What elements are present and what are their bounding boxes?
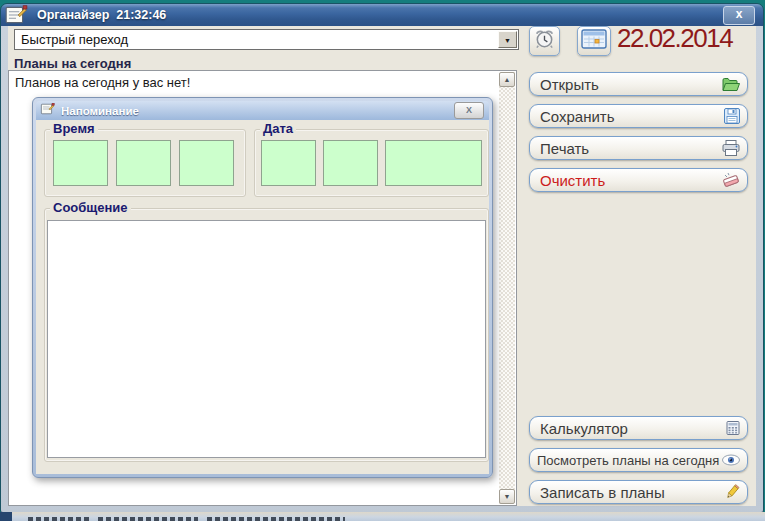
calendar-icon xyxy=(581,28,607,54)
time-group-label: Время xyxy=(50,121,98,136)
open-folder-icon xyxy=(721,75,741,93)
clear-button-label: Очистить xyxy=(540,172,605,189)
reminder-dialog-body: Время Дата Сообщение xyxy=(36,120,489,474)
time-groupbox: Время xyxy=(44,129,246,197)
window-frame: Быстрый переход ▼ xyxy=(1,26,763,518)
time-hours-field[interactable] xyxy=(53,140,108,186)
date-group-label: Дата xyxy=(260,121,296,136)
organizer-window: Органайзер 21:32:46 x Быстрый переход ▼ xyxy=(1,4,763,512)
view-plans-button[interactable]: Посмотреть планы на сегодня xyxy=(529,448,748,472)
message-groupbox: Сообщение xyxy=(44,208,489,462)
combo-dropdown-arrow-icon[interactable]: ▼ xyxy=(498,31,517,48)
date-groupbox: Дата xyxy=(254,129,489,197)
quick-nav-value: Быстрый переход xyxy=(21,30,128,49)
view-plans-button-label: Посмотреть планы на сегодня xyxy=(537,453,719,468)
save-floppy-icon xyxy=(723,107,741,125)
eraser-icon xyxy=(721,171,741,189)
reminder-dialog-title: Напоминание xyxy=(61,105,139,117)
reminder-title-bar[interactable]: Напоминание X xyxy=(36,101,489,120)
write-plans-button[interactable]: Записать в планы xyxy=(529,480,748,504)
print-button[interactable]: Печать xyxy=(529,136,748,160)
calculator-button-label: Калькулятор xyxy=(540,420,628,437)
clear-button[interactable]: Очистить xyxy=(529,168,748,192)
date-year-field[interactable] xyxy=(385,140,482,186)
quick-nav-combobox[interactable]: Быстрый переход ▼ xyxy=(14,29,519,50)
calculator-icon xyxy=(725,420,741,436)
message-group-label: Сообщение xyxy=(50,200,131,215)
obscured-text-fragment xyxy=(207,517,345,521)
time-minutes-field[interactable] xyxy=(116,140,171,186)
date-month-field[interactable] xyxy=(323,140,378,186)
calculator-button[interactable]: Калькулятор xyxy=(529,416,748,440)
save-button[interactable]: Сохранить xyxy=(529,104,748,128)
obscured-text-fragment xyxy=(28,517,90,521)
obscured-background-window-strip xyxy=(0,512,765,521)
open-button[interactable]: Открыть xyxy=(529,72,748,96)
current-date: 22.02.2014 xyxy=(617,23,732,54)
calendar-button[interactable] xyxy=(577,26,611,56)
time-seconds-field[interactable] xyxy=(179,140,234,186)
window-body: Быстрый переход ▼ xyxy=(8,26,756,506)
write-plans-button-label: Записать в планы xyxy=(540,484,665,501)
reminder-dialog-icon xyxy=(40,102,55,120)
printer-icon xyxy=(721,139,741,157)
plans-section-label: Планы на сегодня xyxy=(14,56,131,71)
save-button-label: Сохранить xyxy=(540,108,615,125)
open-button-label: Открыть xyxy=(540,76,599,93)
obscured-taskbar-corner xyxy=(0,512,12,521)
plans-scrollbar[interactable]: ▲ ▼ xyxy=(499,72,515,504)
date-day-field[interactable] xyxy=(261,140,316,186)
obscured-text-fragment xyxy=(98,517,198,521)
pencil-icon xyxy=(723,483,741,501)
print-button-label: Печать xyxy=(540,140,589,157)
window-title: Органайзер 21:32:46 xyxy=(37,8,166,22)
reminder-dialog: Напоминание X Время Дата Сообщение xyxy=(32,97,493,478)
message-textarea[interactable] xyxy=(47,220,486,458)
scroll-up-icon[interactable]: ▲ xyxy=(499,72,515,87)
eye-icon xyxy=(721,453,741,467)
alarm-button[interactable] xyxy=(529,26,560,56)
alarm-clock-icon xyxy=(533,28,556,55)
reminder-close-button[interactable]: X xyxy=(454,102,484,119)
scroll-down-icon[interactable]: ▼ xyxy=(499,489,515,504)
plans-empty-message: Планов на сегодня у вас нет! xyxy=(15,75,190,90)
